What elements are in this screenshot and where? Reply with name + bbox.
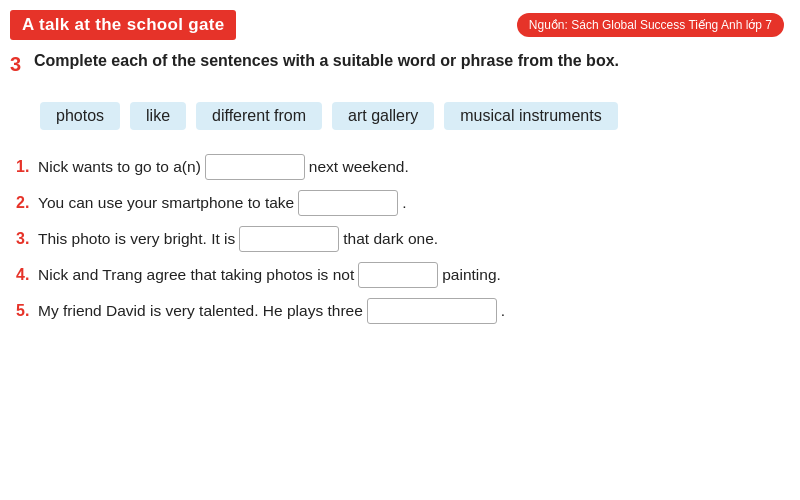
sentence-text: You can use your smartphone to take bbox=[38, 194, 294, 212]
word-chip: different from bbox=[196, 102, 322, 130]
word-chip: like bbox=[130, 102, 186, 130]
sentence-text: Nick and Trang agree that taking photos … bbox=[38, 266, 354, 284]
answer-box-4[interactable] bbox=[358, 262, 438, 288]
sentence-text: painting. bbox=[442, 266, 501, 284]
sentence-row: 5.My friend David is very talented. He p… bbox=[16, 298, 784, 324]
page-header: A talk at the school gate Nguồn: Sách Gl… bbox=[0, 0, 800, 48]
answer-box-3[interactable] bbox=[239, 226, 339, 252]
sentence-number-3: 3. bbox=[16, 230, 34, 248]
sentence-text: This photo is very bright. It is bbox=[38, 230, 235, 248]
sentence-text: that dark one. bbox=[343, 230, 438, 248]
sentence-row: 3.This photo is very bright. It isthat d… bbox=[16, 226, 784, 252]
answer-box-2[interactable] bbox=[298, 190, 398, 216]
sentence-text: . bbox=[501, 302, 505, 320]
sentences-container: 1.Nick wants to go to a(n)next weekend.2… bbox=[0, 150, 800, 328]
sentence-text: My friend David is very talented. He pla… bbox=[38, 302, 363, 320]
sentence-number-2: 2. bbox=[16, 194, 34, 212]
sentence-number-4: 4. bbox=[16, 266, 34, 284]
word-chip: art gallery bbox=[332, 102, 434, 130]
sentence-text: . bbox=[402, 194, 406, 212]
sentence-row: 1.Nick wants to go to a(n)next weekend. bbox=[16, 154, 784, 180]
sentence-text: Nick wants to go to a(n) bbox=[38, 158, 201, 176]
sentence-row: 4.Nick and Trang agree that taking photo… bbox=[16, 262, 784, 288]
answer-box-1[interactable] bbox=[205, 154, 305, 180]
instruction-row: 3 Complete each of the sentences with a … bbox=[0, 48, 800, 88]
sentence-number-5: 5. bbox=[16, 302, 34, 320]
instruction-text: Complete each of the sentences with a su… bbox=[34, 52, 619, 70]
sentence-row: 2.You can use your smartphone to take. bbox=[16, 190, 784, 216]
sentence-number-1: 1. bbox=[16, 158, 34, 176]
source-badge: Nguồn: Sách Global Success Tiếng Anh lớp… bbox=[517, 13, 784, 37]
sentence-text: next weekend. bbox=[309, 158, 409, 176]
instruction-number: 3 bbox=[10, 52, 28, 76]
answer-box-5[interactable] bbox=[367, 298, 497, 324]
word-chip: photos bbox=[40, 102, 120, 130]
word-chip: musical instruments bbox=[444, 102, 617, 130]
word-box: photoslikedifferent fromart gallerymusic… bbox=[0, 88, 800, 150]
title-badge: A talk at the school gate bbox=[10, 10, 236, 40]
